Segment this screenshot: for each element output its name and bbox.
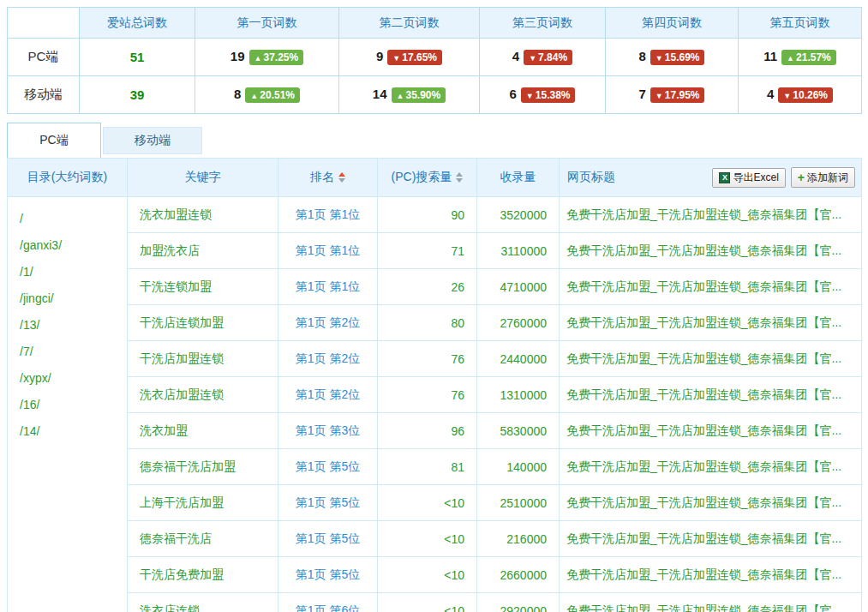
table-row: 洗衣店连锁 第1页 第6位 <10 2920000 免费干洗店加盟_干洗店加盟连…: [8, 593, 862, 612]
page-word-cell: 4▼7.84%: [480, 39, 606, 76]
total-word-count: 39: [80, 76, 195, 114]
keyword-cell: 洗衣店加盟连锁: [128, 377, 278, 413]
indexed-count-cell: 216000: [477, 521, 560, 557]
page-word-cell: 7▼17.95%: [606, 76, 739, 114]
tab-mobile[interactable]: 移动端: [103, 127, 202, 154]
device-label: 移动端: [8, 76, 80, 114]
directory-item[interactable]: /ganxi3/: [20, 232, 127, 259]
rank-link[interactable]: 第1页 第5位: [278, 557, 378, 593]
indexed-count-cell: 140000: [477, 449, 560, 485]
plus-icon: +: [798, 171, 805, 183]
rank-link[interactable]: 第1页 第5位: [278, 449, 378, 485]
indexed-count-cell: 2760000: [477, 305, 560, 341]
page-word-cell: 4▼10.26%: [739, 76, 862, 114]
search-volume-cell: 96: [378, 413, 477, 449]
indexed-count-cell: 3110000: [477, 233, 560, 269]
device-tabs: PC端 移动端: [7, 123, 861, 158]
table-row: 德奈福干洗店 第1页 第5位 <10 216000 免费干洗店加盟_干洗店加盟连…: [8, 521, 862, 557]
table-row: 干洗店加盟连锁 第1页 第2位 76 2440000 免费干洗店加盟_干洗店加盟…: [8, 341, 862, 377]
page-word-cell: 19▲37.25%: [195, 39, 339, 76]
col-header-keyword: 关键字: [128, 159, 278, 197]
summary-header-total: 爱站总词数: [80, 8, 195, 39]
page-word-cell: 11▲21.57%: [739, 39, 862, 76]
page-title-cell: 免费干洗店加盟_干洗店加盟连锁_德奈福集团【官...: [560, 413, 862, 449]
indexed-count-cell: 3520000: [477, 197, 560, 233]
indexed-count-cell: 5830000: [477, 413, 560, 449]
page-title-cell: 免费干洗店加盟_干洗店加盟连锁_德奈福集团【官...: [560, 233, 862, 269]
word-count: 8: [234, 87, 241, 101]
up-arrow-icon: ▲: [787, 54, 794, 63]
rank-link[interactable]: 第1页 第3位: [278, 413, 378, 449]
table-row: 洗衣加盟 第1页 第3位 96 5830000 免费干洗店加盟_干洗店加盟连锁_…: [8, 413, 862, 449]
directory-item[interactable]: /xypx/: [20, 365, 127, 392]
down-badge: ▼10.26%: [778, 87, 833, 103]
directory-item[interactable]: /jingci/: [20, 285, 127, 312]
tab-pc[interactable]: PC端: [7, 123, 101, 158]
search-volume-cell: 81: [378, 449, 477, 485]
keyword-cell: 干洗店免费加盟: [128, 557, 278, 593]
down-arrow-icon: ▼: [655, 92, 663, 100]
export-excel-button[interactable]: X 导出Excel: [712, 168, 785, 188]
keyword-table-header-row: 目录(大约词数) 关键字 排名 (PC)搜索量 收录量 网页标题: [8, 159, 862, 197]
directory-item[interactable]: /13/: [20, 312, 127, 339]
down-arrow-icon: ▼: [529, 54, 536, 63]
keyword-cell: 上海干洗店加盟: [128, 485, 278, 521]
word-count: 11: [763, 49, 777, 63]
page-word-cell: 8▼15.69%: [606, 39, 739, 76]
directory-item[interactable]: /1/: [20, 259, 127, 285]
page-word-cell: 14▲35.90%: [339, 76, 480, 114]
sort-icon[interactable]: [456, 172, 463, 183]
down-badge: ▼15.38%: [521, 87, 576, 103]
keyword-cell: 德奈福干洗店加盟: [128, 449, 278, 485]
add-keyword-button[interactable]: + 添加新词: [791, 167, 855, 188]
page-title-cell: 免费干洗店加盟_干洗店加盟连锁_德奈福集团【官...: [560, 377, 862, 413]
up-badge: ▲21.57%: [781, 50, 836, 65]
change-percent: 37.25%: [263, 51, 298, 63]
table-row: 加盟洗衣店 第1页 第1位 71 3110000 免费干洗店加盟_干洗店加盟连锁…: [8, 233, 862, 269]
directory-item[interactable]: /7/: [20, 339, 127, 365]
down-badge: ▼15.69%: [650, 50, 705, 65]
word-count: 14: [373, 87, 387, 101]
rank-link[interactable]: 第1页 第5位: [278, 521, 378, 557]
down-badge: ▼7.84%: [524, 50, 572, 65]
keyword-cell: 洗衣加盟: [128, 413, 278, 449]
search-volume-cell: 76: [378, 377, 477, 413]
page-title-cell: 免费干洗店加盟_干洗店加盟连锁_德奈福集团【官...: [560, 521, 862, 557]
page-word-cell: 8▲20.51%: [195, 76, 339, 114]
rank-link[interactable]: 第1页 第5位: [278, 485, 378, 521]
summary-header-blank: [8, 8, 80, 39]
rank-link[interactable]: 第1页 第2位: [278, 341, 378, 377]
directory-cell: //ganxi3//1//jingci//13//7//xypx//16//14…: [8, 197, 128, 612]
col-header-directory: 目录(大约词数): [8, 159, 128, 197]
keyword-cell: 洗衣加盟连锁: [128, 197, 278, 233]
change-percent: 35.90%: [405, 89, 440, 101]
change-percent: 17.65%: [402, 51, 437, 63]
word-count: 7: [639, 87, 646, 101]
directory-item[interactable]: /14/: [20, 418, 127, 445]
rank-link[interactable]: 第1页 第1位: [278, 233, 378, 269]
summary-header-page2: 第二页词数: [339, 8, 480, 39]
table-row: 洗衣店加盟连锁 第1页 第2位 76 1310000 免费干洗店加盟_干洗店加盟…: [8, 377, 862, 413]
rank-link[interactable]: 第1页 第2位: [278, 377, 378, 413]
col-header-indexed: 收录量: [477, 159, 560, 197]
directory-item[interactable]: /: [20, 206, 127, 232]
search-volume-cell: 71: [378, 233, 477, 269]
keyword-cell: 干洗店连锁加盟: [128, 305, 278, 341]
change-percent: 15.38%: [536, 89, 571, 101]
col-header-search-volume[interactable]: (PC)搜索量: [378, 159, 477, 197]
total-word-count: 51: [80, 39, 195, 76]
rank-link[interactable]: 第1页 第6位: [278, 593, 378, 612]
keyword-cell: 德奈福干洗店: [128, 521, 278, 557]
up-arrow-icon: ▲: [250, 92, 258, 100]
rank-link[interactable]: 第1页 第1位: [278, 197, 378, 233]
rank-link[interactable]: 第1页 第2位: [278, 305, 378, 341]
indexed-count-cell: 2510000: [477, 485, 560, 521]
col-header-rank[interactable]: 排名: [278, 159, 378, 197]
sort-icon[interactable]: [338, 172, 345, 183]
table-row: 干洗店连锁加盟 第1页 第2位 80 2760000 免费干洗店加盟_干洗店加盟…: [8, 305, 862, 341]
down-badge: ▼17.65%: [387, 50, 442, 65]
directory-item[interactable]: /16/: [20, 392, 127, 418]
keyword-cell: 干洗店加盟连锁: [128, 341, 278, 377]
keyword-cell: 洗衣店连锁: [128, 593, 278, 612]
rank-link[interactable]: 第1页 第1位: [278, 269, 378, 305]
